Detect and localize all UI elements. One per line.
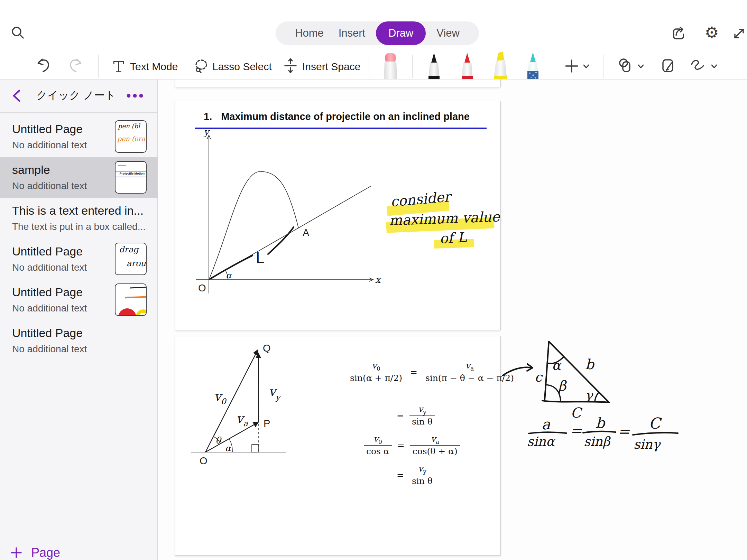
handwritten-sine-rule-note: α β γ c b C a sinα = b sinβ = C sinγ	[498, 331, 699, 469]
tab-insert[interactable]: Insert	[334, 21, 370, 45]
plus-icon	[10, 547, 22, 559]
thumb-rule-line	[116, 177, 147, 177]
pen-yellow-highlighter[interactable]	[490, 50, 510, 79]
fraction: va cos(θ + α)	[410, 434, 460, 457]
divider	[98, 55, 99, 78]
shapes-dropdown[interactable]	[637, 64, 645, 69]
tab-draw[interactable]: Draw	[376, 21, 426, 45]
divider	[603, 55, 603, 78]
page-list-sidebar: クイック ノート Untitled Page No additional tex…	[0, 79, 158, 560]
ink-to-shape-button[interactable]	[660, 57, 676, 74]
point-q-label: Q	[263, 343, 271, 354]
fraction: v0 sin(α + π/2)	[348, 361, 405, 383]
add-pen-button[interactable]	[564, 58, 580, 74]
text-mode-label[interactable]: Text Mode	[130, 61, 178, 73]
add-page-label: Page	[31, 545, 60, 560]
ink-effects-button[interactable]	[690, 58, 708, 75]
insert-space-label[interactable]: Insert Space	[302, 61, 360, 73]
sine-rule-denominator-b: sinβ	[584, 434, 611, 449]
search-button[interactable]	[10, 25, 26, 41]
add-pen-dropdown[interactable]	[582, 64, 590, 69]
tab-view[interactable]: View	[432, 21, 464, 45]
section-menu-button[interactable]	[124, 91, 147, 101]
page-subtitle: No additional text	[12, 180, 87, 192]
settings-button[interactable]: ⚙	[703, 24, 720, 41]
black-pen-icon	[424, 52, 444, 79]
page-item-sample[interactable]: sample No additional text Projectile Mot…	[0, 157, 158, 198]
eq-sub: 0	[378, 438, 382, 445]
eq-var: v	[465, 361, 470, 371]
eq-var: v	[431, 434, 436, 444]
velocity-vector-diagram: O Q P v 0 v y v a θ α	[182, 340, 321, 478]
eq-var: v	[418, 464, 423, 474]
note-canvas[interactable]: 1. Maximum distance of projectile on an …	[158, 79, 747, 560]
fraction: vy sin θ	[409, 464, 435, 486]
back-button[interactable]	[10, 89, 23, 103]
angle-alpha-label: α	[552, 358, 562, 373]
page-item-untitled-1[interactable]: Untitled Page No additional text pen (bl…	[0, 116, 158, 157]
origin-label: O	[200, 455, 208, 466]
pen-red[interactable]	[457, 52, 477, 79]
teal-pen-icon	[523, 51, 543, 79]
share-button[interactable]	[670, 25, 687, 41]
side-right-label: b	[585, 356, 595, 372]
page-item-untitled-3[interactable]: Untitled Page No additional text	[0, 279, 158, 320]
lasso-select-label[interactable]: Lasso Select	[212, 61, 272, 73]
equals-sign: =	[397, 470, 404, 480]
insert-space-button[interactable]	[282, 57, 299, 74]
page-item-untitled-2[interactable]: Untitled Page No additional text drag ar…	[0, 239, 158, 279]
sine-rule-denominator-a: sinα	[527, 434, 556, 449]
plus-icon	[564, 58, 580, 74]
equals-sign: =	[618, 423, 630, 440]
v0-sub: 0	[221, 397, 227, 406]
content-box-vectors: O Q P v 0 v y v a θ α v0 sin(α + π/2) =	[175, 336, 501, 556]
page-title: Untitled Page	[12, 245, 83, 258]
equals-sign: =	[397, 440, 405, 450]
eq-den: sin(α + π/2)	[348, 372, 405, 383]
eq-den: sin(π − θ − α − π/2)	[423, 372, 516, 383]
text-mode-button[interactable]	[111, 59, 127, 75]
page-thumbnail	[115, 283, 147, 316]
angle-beta-label: β	[558, 378, 567, 394]
eraser-tool[interactable]	[380, 53, 400, 79]
undo-button[interactable]	[35, 57, 51, 73]
thumb-rule-line	[116, 171, 147, 171]
onenote-app: Home Insert Draw View ⚙	[0, 0, 747, 560]
eraser-icon	[380, 53, 400, 79]
eq-den: cos α	[364, 445, 392, 457]
eq-sub: a	[470, 365, 474, 372]
page-item-untitled-4[interactable]: Untitled Page No additional text	[0, 320, 158, 361]
page-subtitle: No additional text	[12, 344, 87, 355]
lasso-select-button[interactable]	[193, 58, 210, 75]
shapes-button[interactable]	[618, 57, 634, 74]
ribbon-tab-bar: Home Insert Draw View	[276, 21, 479, 45]
fraction: vy sin θ	[409, 404, 435, 427]
page-title: Untitled Page	[12, 122, 83, 136]
pen-black[interactable]	[424, 52, 444, 79]
page-subtitle: The text is put in a box called...	[12, 221, 146, 232]
fullscreen-button[interactable]	[731, 26, 747, 41]
thumb-ink-text: pen (ora	[117, 135, 145, 142]
sine-rule-numerator-a: a	[542, 416, 550, 433]
thumb-note-title: Projectile Motion	[119, 172, 145, 175]
ink-effects-dropdown[interactable]	[710, 64, 718, 69]
thumb-ink-text: arou	[127, 259, 146, 268]
vy-sub: y	[275, 393, 281, 402]
page-subtitle: No additional text	[12, 303, 87, 314]
scribble-icon	[690, 58, 708, 75]
chevron-down-icon	[710, 64, 718, 69]
redo-button[interactable]	[68, 57, 84, 73]
page-subtitle: No additional text	[12, 140, 87, 151]
tab-home[interactable]: Home	[291, 21, 328, 45]
sine-rule-numerator-b: b	[596, 414, 606, 431]
eq-sub: a	[436, 438, 439, 445]
add-page-button[interactable]: Page	[10, 545, 60, 560]
pen-teal-galaxy[interactable]	[523, 51, 543, 79]
red-pen-icon	[457, 52, 477, 79]
fraction: v0 cos α	[364, 434, 392, 457]
thumb-ink-text: pen (bl	[118, 122, 140, 130]
redo-icon	[68, 57, 84, 73]
sine-rule-numerator-c: C	[649, 414, 662, 432]
page-item-text-note[interactable]: This is a text entered in... The text is…	[0, 198, 158, 239]
equals-sign: =	[397, 411, 404, 421]
